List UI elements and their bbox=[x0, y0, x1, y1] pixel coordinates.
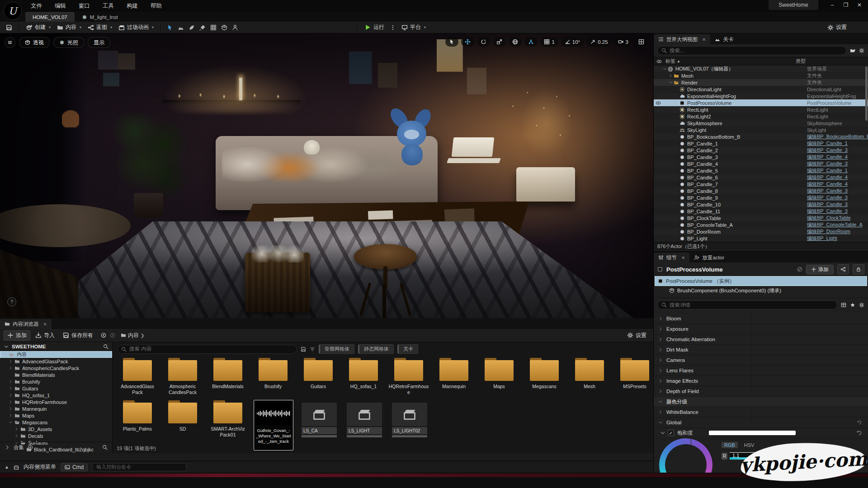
asset-tile-advancedglass-pack[interactable]: AdvancedGlass Pack bbox=[118, 357, 157, 395]
favorites-icon[interactable] bbox=[850, 302, 855, 308]
search-icon[interactable] bbox=[103, 344, 108, 349]
folder-tree-item-guitars[interactable]: Guitars bbox=[0, 385, 112, 392]
property-category-camera[interactable]: Camera bbox=[654, 355, 868, 366]
actor-type[interactable]: 编辑BP_Candle_3 bbox=[807, 188, 868, 194]
expand-arrow-icon[interactable] bbox=[14, 427, 19, 431]
outliner-row[interactable]: BP_Candle_7编辑BP_Candle_4 bbox=[654, 181, 868, 188]
surface-snap-icon[interactable] bbox=[524, 37, 538, 47]
create-button[interactable]: 创建▾ bbox=[23, 23, 54, 32]
outliner-row[interactable]: ExponentialHeightFogExponentialHeightFog bbox=[654, 93, 868, 99]
outliner-scrollbar[interactable] bbox=[865, 66, 868, 121]
expand-arrow-icon[interactable] bbox=[658, 379, 663, 383]
move-tool-icon[interactable] bbox=[461, 37, 474, 47]
actor-type[interactable]: 编辑BP_Candle_3 bbox=[807, 208, 868, 215]
expand-arrow-icon[interactable] bbox=[9, 366, 13, 370]
new-folder-icon[interactable] bbox=[850, 48, 855, 53]
platforms-button[interactable]: 平台▾ bbox=[398, 23, 429, 32]
property-category-global[interactable]: Global bbox=[654, 418, 868, 428]
asset-tile-megascans[interactable]: Megascans bbox=[525, 357, 564, 395]
outliner-row[interactable]: BP_Candle_9编辑BP_Candle_3 bbox=[654, 194, 868, 201]
asset-search-input[interactable]: 搜索 内容 bbox=[117, 345, 297, 354]
landscape-mode-icon[interactable] bbox=[175, 23, 186, 32]
close-button[interactable]: ✕ bbox=[853, 0, 866, 10]
cb-add-button[interactable]: 添加 bbox=[4, 330, 30, 341]
menu-tools[interactable]: 工具 bbox=[96, 0, 120, 12]
reset-icon[interactable] bbox=[857, 420, 862, 425]
expand-arrow-icon[interactable] bbox=[9, 407, 13, 411]
collapse-arrow-icon[interactable] bbox=[9, 420, 13, 424]
rgb-tab[interactable]: RGB bbox=[722, 442, 738, 448]
hsv-tab[interactable]: HSV bbox=[742, 442, 756, 448]
asset-tile-smart-archviz-pack01[interactable]: SMART-ArchViz Pack01 bbox=[208, 400, 247, 450]
component-child-row[interactable]: BrushComponent (BrushComponent0) (继承) bbox=[654, 286, 868, 295]
actor-type[interactable]: 编辑BP_Light bbox=[807, 235, 868, 242]
outliner-row[interactable]: SkyAtmosphereSkyAtmosphere bbox=[654, 120, 868, 127]
help-button[interactable]: ? bbox=[7, 297, 16, 306]
expand-arrow-icon[interactable] bbox=[9, 400, 13, 404]
outliner-column-header[interactable]: 标签 ▲ 类型 bbox=[654, 57, 868, 66]
world-space-icon[interactable] bbox=[509, 37, 522, 47]
forward-icon[interactable] bbox=[110, 333, 115, 338]
collapse-arrow-icon[interactable] bbox=[662, 67, 667, 71]
filter-pill[interactable]: 骨骼网格体 bbox=[319, 344, 354, 354]
outliner-row[interactable]: PostProcessVolumePostProcessVolume bbox=[654, 99, 868, 106]
folder-tree-item-atmosphericcandlespack[interactable]: AtmosphericCandlesPack bbox=[0, 365, 112, 371]
folder-tree-item-blendmaterials[interactable]: BlendMaterials bbox=[0, 371, 112, 378]
asset-tile-ls_light[interactable]: LS_LIGHT bbox=[345, 400, 384, 450]
outliner-row[interactable]: BP_Candle_10编辑BP_Candle_3 bbox=[654, 201, 868, 208]
menu-edit[interactable]: 编辑 bbox=[48, 0, 72, 12]
tab-content-browser[interactable]: 内容浏览器✕ bbox=[0, 319, 52, 329]
close-tab-icon[interactable]: ✕ bbox=[43, 322, 47, 327]
cinematics-button[interactable]: 过场动画▾ bbox=[115, 23, 157, 32]
expand-arrow-icon[interactable] bbox=[658, 316, 663, 321]
asset-tile-mspresets[interactable]: MSPresets bbox=[615, 357, 654, 395]
actor-type[interactable]: 编辑BP_DoorRoom bbox=[807, 228, 868, 235]
details-search-input[interactable]: 搜索详情 bbox=[657, 300, 837, 310]
asset-tile-atmospheric-candlespack[interactable]: Atmospheric CandlesPack bbox=[163, 357, 202, 395]
close-tab-icon[interactable]: ✕ bbox=[681, 255, 685, 260]
asset-tile-guitars[interactable]: Guitars bbox=[299, 357, 338, 395]
property-category-exposure[interactable]: Exposure bbox=[654, 324, 868, 334]
collapse-arrow-icon[interactable] bbox=[668, 80, 673, 84]
paint-mode-icon[interactable] bbox=[197, 23, 208, 32]
component-root-row[interactable]: PostProcessVolume （实例） bbox=[655, 276, 867, 286]
outliner-row[interactable]: BP_DoorRoom编辑BP_DoorRoom bbox=[654, 228, 868, 235]
restore-button[interactable]: ❐ bbox=[839, 0, 853, 10]
actor-type[interactable]: 编辑BP_ConsoleTable_A bbox=[807, 221, 868, 228]
outliner-row[interactable]: RectLightRectLight bbox=[654, 106, 868, 113]
expand-arrow-icon[interactable] bbox=[9, 386, 13, 390]
outliner-search-input[interactable]: 搜索... bbox=[657, 46, 846, 55]
expand-arrow-icon[interactable] bbox=[9, 380, 13, 384]
folder-tree-item-mannequin[interactable]: Mannequin bbox=[0, 405, 112, 412]
property-category-whitebalance[interactable]: WhiteBalance bbox=[654, 407, 868, 418]
expand-arrow-icon[interactable] bbox=[9, 359, 13, 363]
expand-arrow-icon[interactable] bbox=[658, 358, 663, 362]
expand-arrow-icon[interactable] bbox=[658, 368, 663, 373]
actor-type[interactable]: 编辑BP_Candle_4 bbox=[807, 154, 868, 160]
cb-settings-button[interactable]: 设置 bbox=[624, 331, 650, 340]
property-category-chromatic-aberration[interactable]: Chromatic Aberration bbox=[654, 334, 868, 345]
actor-type[interactable]: 编辑BP_Candle_1 bbox=[807, 140, 868, 147]
outliner-row[interactable]: BP_Candle_3编辑BP_Candle_4 bbox=[654, 154, 868, 160]
property-category-image-effects[interactable]: Image Effects bbox=[654, 376, 868, 386]
asset-tile-mannequin[interactable]: Mannequin bbox=[434, 357, 473, 395]
scale-snap-control[interactable]: 0.25 bbox=[586, 37, 611, 47]
outliner-row[interactable]: SkyLightSkyLight bbox=[654, 127, 868, 133]
tab-place-actors[interactable]: 放置actor bbox=[689, 253, 729, 263]
outliner-row[interactable]: BP_Candle_6编辑BP_Candle_4 bbox=[654, 174, 868, 181]
cb-save-all-button[interactable]: 保存所有 bbox=[60, 331, 96, 340]
expand-arrow-icon[interactable] bbox=[658, 389, 663, 394]
foliage-mode-icon[interactable] bbox=[186, 23, 197, 32]
menu-window[interactable]: 窗口 bbox=[72, 0, 96, 12]
folder-tree-item-3d_assets[interactable]: 3D_Assets bbox=[0, 426, 112, 432]
actor-type[interactable]: 编辑BP_Candle_4 bbox=[807, 181, 868, 188]
add-component-button[interactable]: 添加 bbox=[806, 265, 834, 274]
actor-type[interactable]: 编辑BP_Candle_1 bbox=[807, 167, 868, 174]
folder-tree-item-hqretrofarmhouse[interactable]: HQRetroFarmhouse bbox=[0, 399, 112, 405]
close-tab-icon[interactable]: ✕ bbox=[702, 37, 706, 42]
asset-tile-ls_light02[interactable]: LS_LIGHT02 bbox=[390, 400, 429, 450]
content-drawer-label[interactable]: 内容侧滑菜单 bbox=[24, 463, 56, 471]
expand-arrow-icon[interactable] bbox=[5, 445, 10, 450]
outliner-row[interactable]: BP_Candle_11编辑BP_Candle_3 bbox=[654, 208, 868, 215]
tab-levels[interactable]: 关卡 bbox=[710, 34, 738, 44]
